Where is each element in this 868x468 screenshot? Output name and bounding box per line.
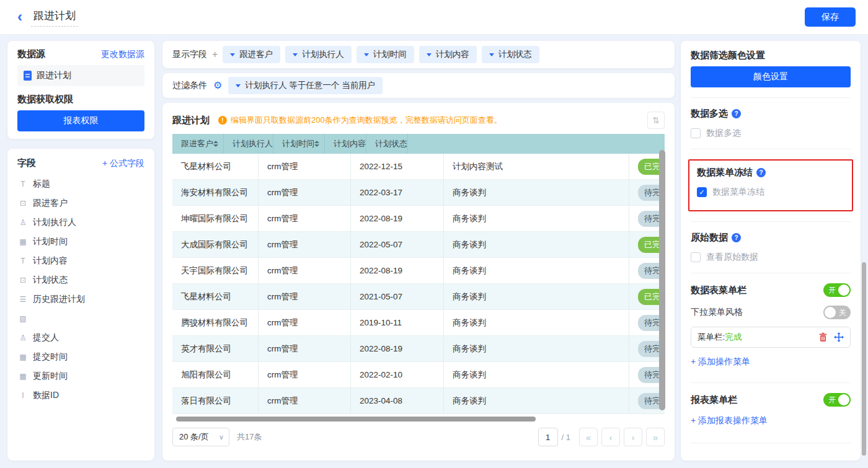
menu-bar-prefix: 菜单栏: (698, 332, 725, 343)
person-icon: ♙ (17, 333, 29, 342)
pagination: 20 条/页 ∨ 共17条 1 / 1 «‹›» (172, 428, 665, 446)
checkbox-unchecked[interactable] (691, 252, 701, 262)
sort-icon[interactable] (213, 141, 218, 147)
display-field-chip[interactable]: 计划内容 (419, 46, 477, 63)
cell-executor: crm管理 (259, 362, 351, 387)
field-item[interactable]: ☰ 历史跟进计划 (17, 289, 144, 309)
field-item[interactable]: ▦ 更新时间 (17, 366, 144, 386)
page-title[interactable]: 跟进计划 (31, 7, 78, 27)
table-row[interactable]: 腾骏材料有限公司 crm管理 2019-10-11 商务谈判 待完成 (172, 310, 665, 336)
divider (691, 273, 851, 273)
raw-data-checkbox-row[interactable]: 查看原始数据 (691, 252, 851, 263)
topbar: ‹ 跟进计划 保存 (0, 0, 868, 35)
display-field-chip[interactable]: 计划状态 (482, 46, 539, 63)
display-field-chip[interactable]: 计划执行人 (285, 46, 352, 63)
sort-icon[interactable] (314, 141, 319, 147)
table-header-cell[interactable]: 跟进客户 (172, 134, 224, 154)
change-datasource-link[interactable]: 更改数据源 (101, 49, 144, 60)
field-item[interactable]: T 计划内容 (17, 251, 144, 270)
text-icon: T (17, 257, 29, 265)
table-row[interactable]: 飞星材料公司 crm管理 2022-12-15 计划内容测试 已完成 (172, 154, 665, 180)
toggle-knob (838, 394, 849, 405)
checkbox-unchecked[interactable] (691, 128, 701, 138)
help-icon[interactable]: ? (732, 233, 741, 242)
table-row[interactable]: 英才有限公司 crm管理 2022-08-19 商务谈判 待完成 (172, 336, 665, 362)
chip-label: 跟进客户 (239, 49, 273, 60)
move-icon[interactable] (834, 332, 844, 342)
cell-customer: 飞星材料公司 (172, 154, 259, 179)
cell-executor: crm管理 (259, 154, 351, 179)
datasource-panel: 数据源 更改数据源 跟进计划 数据获取权限 报表权限 (7, 41, 154, 139)
date-icon: ▦ (17, 372, 29, 381)
save-button[interactable]: 保存 (805, 7, 856, 27)
cell-executor: crm管理 (259, 232, 351, 257)
field-item[interactable]: ▦ 提交时间 (17, 347, 144, 366)
cell-content: 商务谈判 (444, 362, 629, 387)
menu-freeze-checkbox-row[interactable]: ✓ 数据菜单冻结 (697, 187, 844, 198)
color-settings-button[interactable]: 颜色设置 (691, 66, 851, 87)
display-field-chip[interactable]: 计划时间 (356, 46, 414, 63)
field-label: 提交人 (33, 332, 59, 343)
dropdown-style-label: 下拉菜单风格 (691, 307, 743, 318)
cell-customer: 腾骏材料有限公司 (172, 310, 259, 335)
table-header-cell[interactable]: 计划内容 (325, 134, 366, 154)
sort-order-button[interactable]: ⇅ (647, 112, 665, 129)
table-row[interactable]: 旭阳有限公司 crm管理 2022-02-10 商务谈判 待完成 (172, 362, 665, 388)
chevron-down-icon (293, 53, 298, 56)
toggle-knob (838, 285, 849, 296)
field-item[interactable]: ⊡ 跟进客户 (17, 193, 144, 213)
display-field-chip[interactable]: 跟进客户 (223, 46, 280, 63)
filter-condition-label: 计划执行人 等于任意一个 当前用户 (245, 80, 375, 91)
table-header-cell[interactable]: 计划状态 (366, 134, 408, 154)
filter-condition-chip[interactable]: 计划执行人 等于任意一个 当前用户 (228, 77, 383, 94)
add-report-action-menu-link[interactable]: + 添加报表操作菜单 (691, 415, 851, 426)
field-item[interactable]: T 标题 (17, 174, 144, 193)
trash-icon[interactable] (818, 332, 828, 342)
multi-select-checkbox-row[interactable]: 数据多选 (691, 128, 851, 139)
add-display-field-button[interactable]: + (212, 49, 218, 60)
help-icon[interactable]: ? (732, 109, 741, 118)
vertical-scrollbar[interactable] (659, 150, 665, 410)
field-label: 跟进客户 (33, 198, 68, 209)
table-row[interactable]: 坤曜国际有限公司 crm管理 2022-08-19 商务谈判 待完成 (172, 206, 665, 232)
field-item[interactable]: ▦ 计划时间 (17, 232, 144, 251)
window-scrollbar[interactable] (862, 262, 866, 456)
table-header-cell[interactable]: 计划执行人 (224, 134, 273, 154)
table-row[interactable]: 落日有限公司 crm管理 2023-04-08 商务谈判 待完成 (172, 388, 665, 414)
field-item[interactable]: ♙ 提交人 (17, 328, 144, 347)
table-menu-toggle[interactable]: 开 (823, 283, 851, 297)
chevron-down-icon (230, 53, 235, 56)
checkbox-checked[interactable]: ✓ (697, 187, 707, 197)
add-formula-field-link[interactable]: + 公式字段 (102, 158, 144, 169)
report-menu-toggle[interactable]: 开 (823, 393, 851, 407)
id-icon: I (17, 391, 29, 400)
table-row[interactable]: 海安材料有限公司 crm管理 2022-03-17 商务谈判 待完成 (172, 180, 665, 206)
add-action-menu-link[interactable]: + 添加操作菜单 (691, 356, 851, 368)
field-item[interactable]: ♙ 计划执行人 (17, 213, 144, 232)
back-icon[interactable]: ‹ (17, 9, 22, 24)
cell-date: 2022-08-19 (351, 258, 444, 283)
field-item[interactable]: I 数据ID (17, 386, 144, 405)
field-label: 提交时间 (33, 351, 68, 363)
table-row[interactable]: 大成国际有限公司 crm管理 2022-05-07 商务谈判 已完成 (172, 232, 665, 258)
menu-freeze-checkbox-label: 数据菜单冻结 (712, 187, 764, 198)
cell-date: 2022-08-19 (351, 206, 444, 231)
table-row[interactable]: 天宇国际有限公司 crm管理 2022-08-19 商务谈判 待完成 (172, 258, 665, 284)
datasource-item[interactable]: 跟进计划 (17, 65, 144, 86)
settings-panel: 数据筛选颜色设置 颜色设置 数据多选 ? 数据多选 数据菜单冻结 ? ✓ 数据菜… (681, 41, 861, 461)
gear-icon[interactable]: ⚙ (213, 81, 222, 91)
table-row[interactable]: 飞星材料公司 crm管理 2021-05-07 商务谈判 已完成 (172, 284, 665, 310)
subform-icon: ☰ (17, 295, 29, 304)
table-header-cell[interactable]: 计划时间 (273, 134, 325, 154)
menu-bar-item[interactable]: 菜单栏: 完成 (691, 327, 851, 348)
multi-select-heading: 数据多选 (691, 108, 728, 120)
horizontal-scrollbar[interactable] (176, 417, 536, 422)
help-icon[interactable]: ? (756, 168, 766, 177)
page-number-input[interactable]: 1 (538, 428, 558, 446)
dropdown-style-toggle[interactable]: 关 (823, 306, 851, 319)
select-icon: ⊡ (17, 199, 29, 208)
field-item[interactable]: ▨ (17, 309, 144, 328)
report-permission-button[interactable]: 报表权限 (17, 110, 144, 131)
page-size-select[interactable]: 20 条/页 ∨ (172, 428, 229, 446)
field-item[interactable]: ⊡ 计划状态 (17, 270, 144, 289)
